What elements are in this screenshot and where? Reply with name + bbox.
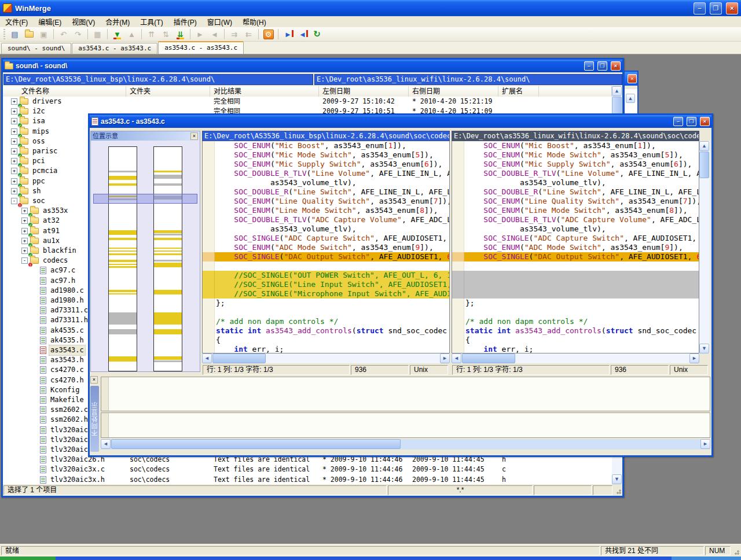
column-header-5[interactable]: 右侧日期: [409, 86, 498, 97]
view-layout-button[interactable]: ▦: [90, 28, 105, 40]
column-header-3[interactable]: 对比结果: [210, 86, 319, 97]
missing-marker[interactable]: [154, 360, 182, 362]
code-line[interactable]: as3543_volume_tlv),: [203, 224, 449, 234]
left-folder-path-header[interactable]: E:\Dev_root\AS3536_linux_bsp\linux-2.6.2…: [3, 74, 313, 85]
code-line[interactable]: SOC_DOUBLE_R_TLV("ADC Capture Volume", A…: [203, 215, 449, 224]
diff-pane-right-text[interactable]: [101, 412, 710, 438]
expand-icon[interactable]: +: [11, 148, 17, 154]
expand-icon[interactable]: +: [11, 128, 17, 135]
tab-1[interactable]: sound\ - sound\: [1, 43, 71, 54]
scroll-up-icon[interactable]: ▲: [626, 94, 635, 103]
left-horizontal-scrollbar[interactable]: ◄ ►: [202, 353, 450, 363]
expand-icon[interactable]: +: [21, 208, 28, 214]
diff-marker[interactable]: [109, 253, 137, 255]
menu-item-edit[interactable]: 编辑(E): [33, 16, 67, 28]
new-file-button[interactable]: ▤: [8, 28, 22, 40]
diff-marker[interactable]: [154, 290, 182, 294]
redo-button[interactable]: ↷: [71, 28, 85, 40]
scroll-up-icon[interactable]: ▲: [699, 141, 709, 151]
minimize-button[interactable]: –: [673, 117, 683, 126]
code-line[interactable]: int err, i;: [203, 345, 449, 353]
scrollbar-thumb[interactable]: [111, 439, 401, 449]
missing-marker[interactable]: [154, 183, 182, 186]
tree-item-tlv320aic3x.c[interactable]: tlv320aic3x.csoc\codecsText files are id…: [3, 465, 612, 474]
missing-marker[interactable]: [154, 175, 182, 179]
scroll-down-icon[interactable]: ▼: [612, 474, 622, 484]
code-line[interactable]: //SOC_SINGLE("OUT POWER Switch", AFE_OUT…: [203, 271, 449, 280]
scrollbar-thumb[interactable]: [699, 152, 709, 178]
menu-item-view[interactable]: 视图(V): [67, 16, 100, 28]
code-line[interactable]: [203, 261, 449, 271]
close-icon[interactable]: ×: [700, 117, 710, 126]
code-line[interactable]: SOC_ENUM("Mic Supply Switch", as3543_enu…: [452, 160, 699, 169]
expand-icon[interactable]: +: [11, 178, 17, 185]
left-file-path-header[interactable]: E:\Dev_root\AS3536_linux_bsp\linux-2.6.2…: [202, 131, 450, 141]
right-folder-path-header[interactable]: E:\Dev_root\as3536_linux_wifi\linux-2.6.…: [314, 74, 622, 85]
next-difference-button[interactable]: ▼: [110, 28, 124, 40]
code-line[interactable]: SOC_ENUM("ADC Mode Switch", as3543_enum[…: [203, 243, 449, 252]
code-line[interactable]: SOC_ENUM("ADC Mode Switch", as3543_enum[…: [452, 243, 699, 252]
tree-item-drivers[interactable]: +✓drivers完全相同2009-9-27 15:10:42* 2010-4-…: [3, 97, 612, 106]
expand-icon[interactable]: +: [21, 218, 28, 224]
code-line[interactable]: as3543_volume_tlv),: [452, 178, 699, 187]
menu-item-window[interactable]: 窗口(W): [202, 16, 237, 28]
current-difference-button[interactable]: ⇅: [159, 28, 173, 40]
diff-marker[interactable]: [154, 253, 182, 255]
diff-marker[interactable]: [109, 264, 137, 266]
right-file-path-header[interactable]: E:\Dev_root\as3536_linux_wifi\linux-2.6.…: [452, 131, 699, 141]
code-line[interactable]: SOC_SINGLE("DAC Output Switch", AFE_AUDI…: [452, 252, 699, 261]
code-line[interactable]: SOC_ENUM("Line Mode Switch", as3543_enum…: [452, 206, 699, 215]
scrollbar-thumb[interactable]: [212, 353, 266, 363]
code-line[interactable]: as3543_volume_tlv),: [452, 224, 699, 234]
diff-marker[interactable]: [109, 260, 137, 262]
diff-marker[interactable]: [154, 171, 182, 173]
diff-marker[interactable]: [109, 356, 137, 362]
missing-marker[interactable]: [154, 260, 182, 261]
code-line[interactable]: /* add non dapm controls */: [203, 317, 449, 326]
copy-left-advance-button[interactable]: ⇇: [241, 28, 256, 40]
diff-marker[interactable]: [109, 290, 137, 292]
code-line[interactable]: SOC_SINGLE("ADC Capture Switch", AFE_AUD…: [203, 234, 449, 243]
previous-file-button[interactable]: ◄: [295, 28, 310, 40]
code-line[interactable]: SOC_DOUBLE_R_TLV("Line Volume", AFE_LINE…: [452, 169, 699, 178]
copy-left-button[interactable]: ◄: [207, 28, 222, 40]
expand-icon[interactable]: +: [11, 118, 17, 124]
close-icon[interactable]: ×: [90, 376, 98, 384]
expand-icon[interactable]: +: [11, 138, 17, 145]
missing-marker[interactable]: [154, 234, 182, 235]
collapse-icon[interactable]: -: [11, 198, 17, 204]
diff-marker[interactable]: [154, 356, 182, 360]
minimize-button[interactable]: –: [584, 61, 594, 71]
close-button[interactable]: ×: [726, 2, 738, 14]
diff-marker[interactable]: [154, 230, 182, 233]
code-line[interactable]: SOC_DOUBLE_R_TLV("Line Volume", AFE_LINE…: [203, 169, 449, 178]
code-line[interactable]: SOC_SINGLE("DAC Output Switch", AFE_AUDI…: [203, 252, 449, 261]
next-file-button[interactable]: ►: [281, 28, 295, 40]
right-horizontal-scrollbar[interactable]: ◄ ►: [452, 353, 699, 363]
diff-marker[interactable]: [154, 248, 182, 249]
close-icon[interactable]: ×: [628, 74, 637, 83]
left-code-pane[interactable]: SOC_ENUM("Mic Boost", as3543_enum[1]), S…: [202, 141, 450, 353]
diff-marker[interactable]: [109, 250, 137, 252]
code-line[interactable]: {: [203, 336, 449, 345]
minimize-button[interactable]: –: [694, 2, 706, 14]
undo-button[interactable]: ↶: [56, 28, 71, 40]
expand-icon[interactable]: +: [21, 228, 28, 234]
code-line[interactable]: SOC_ENUM("Mic Boost", as3543_enum[1]),: [203, 141, 449, 150]
missing-marker[interactable]: [109, 312, 137, 325]
scroll-down-icon[interactable]: ▼: [699, 344, 709, 353]
code-line[interactable]: {: [452, 336, 699, 345]
scroll-right-icon[interactable]: ►: [440, 353, 450, 363]
diff-pane-left-text[interactable]: [101, 377, 710, 411]
code-line[interactable]: static int as3543_add_controls(struct sn…: [203, 326, 449, 336]
menu-item-file[interactable]: 文件(F): [0, 16, 33, 28]
previous-difference-button[interactable]: ▲: [124, 28, 139, 40]
code-line[interactable]: [452, 271, 699, 280]
last-difference-button[interactable]: ⇊: [173, 28, 188, 40]
diff-marker[interactable]: [109, 230, 137, 235]
scroll-right-icon[interactable]: ►: [689, 353, 699, 363]
code-line[interactable]: [203, 308, 449, 317]
code-line[interactable]: [452, 261, 699, 271]
column-header-6[interactable]: 扩展名: [498, 86, 539, 97]
code-line[interactable]: SOC_ENUM("Line Mode Switch", as3543_enum…: [203, 206, 449, 215]
